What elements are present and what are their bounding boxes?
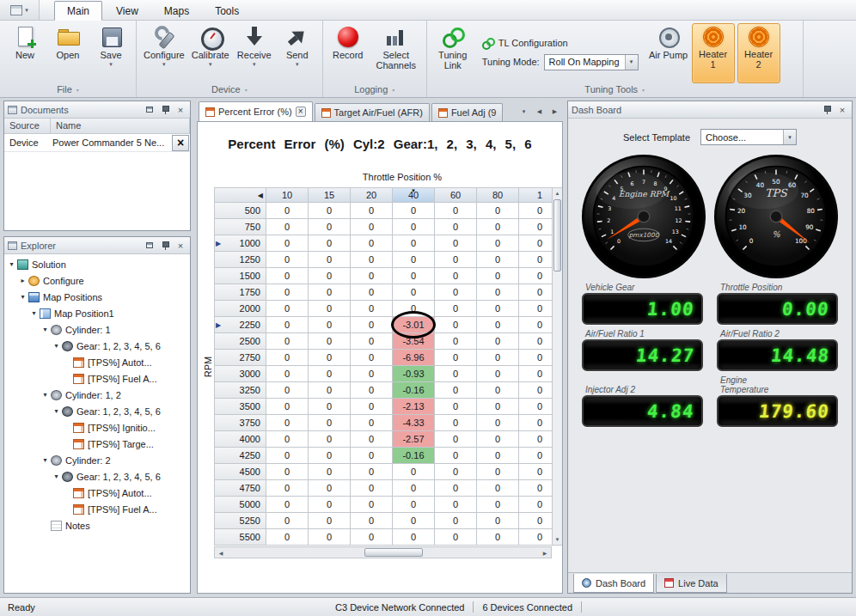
grid-cell[interactable]: 0 [309,382,351,399]
grid-cell[interactable]: 0 [435,284,477,301]
grid-cell[interactable]: 0 [309,333,351,350]
row-header-2750[interactable]: 2750 [214,350,266,366]
close-panel-button[interactable]: × [174,240,186,251]
grid-cell[interactable]: 0 [435,513,477,529]
grid-cell[interactable]: 0 [309,203,351,219]
grid-cell[interactable]: 0 [477,513,519,529]
grid-cell[interactable]: 0 [435,203,477,219]
tab-list-dropdown-icon[interactable]: ▾ [517,106,530,118]
tree-item[interactable]: ▾Cylinder: 1 [4,321,190,338]
receive-button[interactable]: Receive ▾ [233,23,276,83]
grid-cell[interactable]: 0 [435,350,477,366]
grid-cell[interactable]: 0 [393,203,435,219]
grid-cell[interactable]: 0 [351,235,393,252]
grid-cell[interactable]: 0 [435,448,477,464]
row-header-3250[interactable]: 3250 [214,382,266,399]
grid-cell[interactable]: 0 [309,431,351,448]
tuning-mode-select[interactable]: Roll On Mapping ▾ [544,54,639,70]
row-header-750[interactable]: 750 [214,219,266,235]
close-panel-button[interactable]: × [836,104,848,115]
grid-cell[interactable]: 0 [266,333,309,350]
grid-cell[interactable]: 0 [477,382,519,399]
scroll-up-icon[interactable]: ▲ [555,188,560,198]
grid-cell[interactable]: 0 [477,301,519,317]
grid-cell[interactable]: 0 [309,317,351,333]
grid-cell[interactable]: 0 [477,219,519,235]
grid-cell[interactable]: 0 [351,497,393,513]
grid-cell[interactable]: 0 [519,464,552,480]
grid-cell[interactable]: 0 [309,415,351,431]
grid-cell[interactable]: 0 [519,382,552,399]
send-button[interactable]: Send ▾ [276,23,319,83]
grid-cell[interactable]: 0 [435,235,477,252]
grid-cell[interactable]: 0 [266,415,309,431]
row-header-2000[interactable]: 2000 [214,301,266,317]
grid-cell[interactable]: 0 [266,431,309,448]
scroll-thumb[interactable] [553,199,561,271]
collapse-icon[interactable]: ▾ [40,391,50,399]
grid-cell[interactable]: 0 [519,513,552,529]
grid-cell[interactable]: 0 [435,464,477,480]
scroll-thumb[interactable] [364,548,423,557]
grid-cell[interactable]: 0 [309,497,351,513]
grid-cell[interactable]: 0 [351,480,393,497]
calibrate-button[interactable]: Calibrate ▾ [188,23,233,83]
row-header-4250[interactable]: 4250 [214,448,266,464]
grid-cell[interactable]: 0 [477,415,519,431]
grid-cell[interactable]: 0 [393,513,435,529]
grid-cell[interactable]: 0 [477,448,519,464]
tree-item[interactable]: ▾Gear: 1, 2, 3, 4, 5, 6 [4,403,190,419]
collapse-icon[interactable]: ▾ [40,326,50,333]
grid-cell[interactable]: 0 [266,497,309,513]
row-header-4000[interactable]: 4000 [214,431,266,448]
grid-cell[interactable]: 0 [519,350,552,366]
grid-cell[interactable]: 0 [351,529,393,546]
grid-cell[interactable]: 0 [266,350,309,366]
grid-cell[interactable]: 0 [393,529,435,546]
scroll-down-icon[interactable]: ▼ [555,534,560,545]
grid-cell[interactable]: 0 [477,497,519,513]
float-button[interactable] [144,104,156,115]
grid-cell[interactable]: 0 [519,203,552,219]
grid-cell[interactable]: 0 [477,284,519,301]
grid-cell[interactable]: 0 [519,333,552,350]
grid-cell[interactable]: 0 [519,415,552,431]
collapse-icon[interactable]: ▾ [29,309,39,317]
grid-cell[interactable]: 0 [435,431,477,448]
grid-cell[interactable]: 0 [519,497,552,513]
grid-cell[interactable]: 0 [309,219,351,235]
grid-cell[interactable]: 0 [393,464,435,480]
tree-item[interactable]: [TPS%] Autot... [4,485,190,501]
grid-cell[interactable]: 0 [351,284,393,301]
grid-cell[interactable]: 0 [309,529,351,546]
menu-tab-main[interactable]: Main [54,1,102,21]
grid-cell[interactable]: 0 [519,301,552,317]
collapse-icon[interactable]: ▾ [40,456,50,464]
grid-cell[interactable]: 0 [266,252,309,268]
select-channels-button[interactable]: Select Channels [370,23,423,83]
collapse-icon[interactable]: ▾ [52,342,61,350]
grid-cell[interactable]: 0 [519,448,552,464]
grid-cell[interactable]: 0 [351,431,393,448]
grid-cell[interactable]: 0 [266,448,309,464]
grid-cell[interactable]: 0 [435,252,477,268]
scroll-track[interactable] [227,547,539,558]
grid-cell[interactable]: 0 [477,431,519,448]
grid-cell[interactable]: 0 [309,268,351,284]
tuning-link-button[interactable]: Tuning Link [431,23,475,83]
grid-cell[interactable]: 0 [309,350,351,366]
grid-cell[interactable]: 0 [435,382,477,399]
tl-configuration-button[interactable]: TL Configuration [482,37,639,49]
save-dropdown-icon[interactable]: ▾ [109,61,113,68]
grid-cell[interactable]: 0 [519,219,552,235]
tab-fuel-adj[interactable]: Fuel Adj (9 [431,103,504,121]
grid-cell[interactable]: 0 [266,513,309,529]
grid-cell[interactable]: 0 [435,399,477,415]
collapse-icon[interactable]: ▾ [52,473,61,480]
grid-cell[interactable]: 0 [309,252,351,268]
row-header-1250[interactable]: 1250 [214,252,266,268]
column-header-name[interactable]: Name [51,119,190,133]
tree-item[interactable]: ▾Cylinder: 2 [4,452,190,468]
tab-scroll-right-icon[interactable]: ▶ [548,106,561,118]
tree-item[interactable]: [TPS%] Targe... [4,436,190,452]
